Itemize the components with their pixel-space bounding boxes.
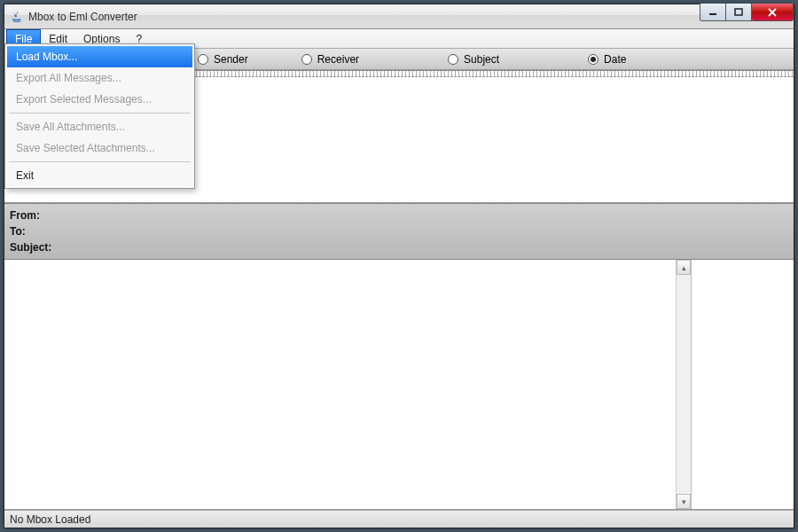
statusbar: No Mbox Loaded [4,510,794,528]
menu-load-mbox[interactable]: Load Mbox... [7,46,192,67]
vertical-scrollbar[interactable]: ▴ ▾ [676,260,691,509]
close-button[interactable] [751,4,794,21]
menu-exit[interactable]: Exit [7,165,192,186]
status-text: No Mbox Loaded [10,513,90,526]
minimize-button[interactable] [700,4,726,21]
message-body-pane[interactable]: ▴ ▾ [4,260,692,509]
menu-export-selected[interactable]: Export Selected Messages... [7,89,192,110]
sort-date[interactable]: Date [588,53,626,66]
svg-rect-1 [735,9,742,15]
menu-save-selected-attachments[interactable]: Save Selected Attachments... [7,137,192,159]
menu-save-all-attachments[interactable]: Save All Attachments... [7,116,192,137]
attachment-pane[interactable] [692,260,794,509]
sort-receiver[interactable]: Receiver [301,53,359,66]
message-detail-header: From: To: Subject: [4,203,794,260]
to-label: To: [10,223,788,239]
java-icon [10,10,24,24]
svg-rect-0 [709,13,716,15]
menu-separator [9,161,191,162]
message-body-row: ▴ ▾ [4,260,794,510]
sort-subject-label: Subject [464,53,499,66]
titlebar[interactable]: Mbox to Eml Converter [4,4,794,29]
menu-separator [9,113,191,113]
scroll-down-icon[interactable]: ▾ [677,494,691,509]
sort-date-label: Date [604,53,626,66]
file-menu-dropdown: Load Mbox... Export All Messages... Expo… [4,43,195,189]
menu-export-all[interactable]: Export All Messages... [7,67,192,89]
radio-icon [448,54,458,65]
radio-icon [198,54,208,65]
sort-subject[interactable]: Subject [448,53,499,66]
radio-icon [301,54,312,65]
scroll-up-icon[interactable]: ▴ [677,260,691,275]
radio-icon [588,54,598,65]
window-title: Mbox to Eml Converter [28,11,137,23]
sort-sender-label: Sender [214,53,248,66]
maximize-button[interactable] [725,4,752,21]
sort-sender[interactable]: Sender [198,53,248,66]
window-controls [700,4,794,21]
from-label: From: [10,207,788,223]
sort-receiver-label: Receiver [317,53,359,66]
subject-label: Subject: [10,239,788,255]
